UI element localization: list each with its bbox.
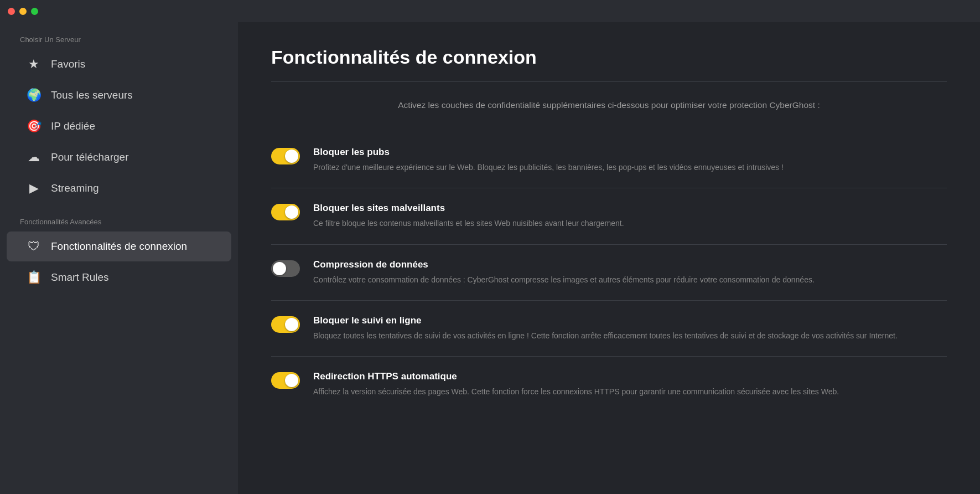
section-label-servers: Choisir Un Serveur	[0, 31, 238, 48]
feature-desc-bloquer-suivi: Bloquez toutes les tentatives de suivi d…	[313, 330, 947, 342]
toggle-bloquer-suivi[interactable]	[271, 316, 300, 333]
streaming-label: Streaming	[51, 182, 99, 194]
section-label-advanced: Fonctionnalités Avancées	[0, 213, 238, 230]
maximize-button[interactable]	[31, 8, 38, 15]
sidebar-item-ip-dediee[interactable]: 🎯 IP dédiée	[7, 111, 231, 141]
feature-bloquer-pubs: Bloquer les pubs Profitez d'une meilleur…	[271, 132, 947, 188]
feature-desc-redirection-https: Affichez la version sécurisée des pages …	[313, 385, 947, 398]
feature-text-redirection-https: Redirection HTTPS automatique Affichez l…	[313, 371, 947, 398]
minimize-button[interactable]	[19, 8, 27, 15]
favoris-label: Favoris	[51, 58, 85, 70]
ip-dediee-icon: 🎯	[27, 119, 41, 133]
feature-desc-bloquer-pubs: Profitez d'une meilleure expérience sur …	[313, 161, 947, 173]
content-area: Fonctionnalités de connexion Activez les…	[238, 22, 980, 494]
sidebar-item-pour-telecharger[interactable]: ☁ Pour télécharger	[7, 142, 231, 172]
feature-redirection-https: Redirection HTTPS automatique Affichez l…	[271, 357, 947, 412]
subtitle-text: Activez les couches de confidentialité s…	[271, 99, 947, 112]
toggle-redirection-https[interactable]	[271, 372, 300, 389]
sidebar-item-streaming[interactable]: ▶ Streaming	[7, 173, 231, 203]
feature-desc-compression-donnees: Contrôlez votre consommation de données …	[313, 274, 947, 286]
feature-title-bloquer-sites-malveillants: Bloquer les sites malveillants	[313, 203, 947, 214]
sidebar-item-smart-rules[interactable]: 📋 Smart Rules	[7, 263, 231, 292]
feature-text-compression-donnees: Compression de données Contrôlez votre c…	[313, 259, 947, 286]
features-list: Bloquer les pubs Profitez d'une meilleur…	[271, 132, 947, 413]
feature-title-compression-donnees: Compression de données	[313, 259, 947, 270]
toggle-compression-donnees[interactable]	[271, 260, 300, 277]
feature-bloquer-suivi: Bloquer le suivi en ligne Bloquez toutes…	[271, 301, 947, 357]
app-body: Choisir Un Serveur ★ Favoris 🌍 Tous les …	[0, 22, 980, 494]
toggle-bloquer-sites-malveillants[interactable]	[271, 204, 300, 220]
feature-text-bloquer-suivi: Bloquer le suivi en ligne Bloquez toutes…	[313, 315, 947, 342]
tous-les-serveurs-icon: 🌍	[27, 88, 41, 102]
sidebar-item-fonctionnalites-connexion[interactable]: 🛡 Fonctionnalités de connexion	[7, 231, 231, 261]
feature-text-bloquer-sites-malveillants: Bloquer les sites malveillants Ce filtre…	[313, 203, 947, 229]
fonctionnalites-connexion-label: Fonctionnalités de connexion	[51, 240, 187, 253]
sidebar-item-favoris[interactable]: ★ Favoris	[7, 49, 231, 79]
feature-text-bloquer-pubs: Bloquer les pubs Profitez d'une meilleur…	[313, 147, 947, 173]
feature-compression-donnees: Compression de données Contrôlez votre c…	[271, 245, 947, 301]
pour-telecharger-icon: ☁	[27, 150, 41, 164]
smart-rules-icon: 📋	[27, 270, 41, 285]
tous-les-serveurs-label: Tous les serveurs	[51, 89, 133, 101]
sidebar-item-tous-les-serveurs[interactable]: 🌍 Tous les serveurs	[7, 80, 231, 110]
feature-title-redirection-https: Redirection HTTPS automatique	[313, 371, 947, 382]
sidebar: Choisir Un Serveur ★ Favoris 🌍 Tous les …	[0, 22, 238, 494]
ip-dediee-label: IP dédiée	[51, 120, 95, 132]
feature-title-bloquer-pubs: Bloquer les pubs	[313, 147, 947, 158]
favoris-icon: ★	[27, 57, 41, 71]
toggle-bloquer-pubs[interactable]	[271, 148, 300, 164]
streaming-icon: ▶	[27, 181, 41, 195]
page-title: Fonctionnalités de connexion	[271, 47, 947, 68]
feature-desc-bloquer-sites-malveillants: Ce filtre bloque les contenus malveillan…	[313, 217, 947, 229]
title-bar	[0, 0, 980, 22]
feature-title-bloquer-suivi: Bloquer le suivi en ligne	[313, 315, 947, 326]
pour-telecharger-label: Pour télécharger	[51, 151, 128, 163]
close-button[interactable]	[8, 8, 15, 15]
smart-rules-label: Smart Rules	[51, 271, 109, 284]
feature-bloquer-sites-malveillants: Bloquer les sites malveillants Ce filtre…	[271, 188, 947, 244]
fonctionnalites-connexion-icon: 🛡	[27, 239, 41, 254]
title-divider	[271, 81, 947, 82]
